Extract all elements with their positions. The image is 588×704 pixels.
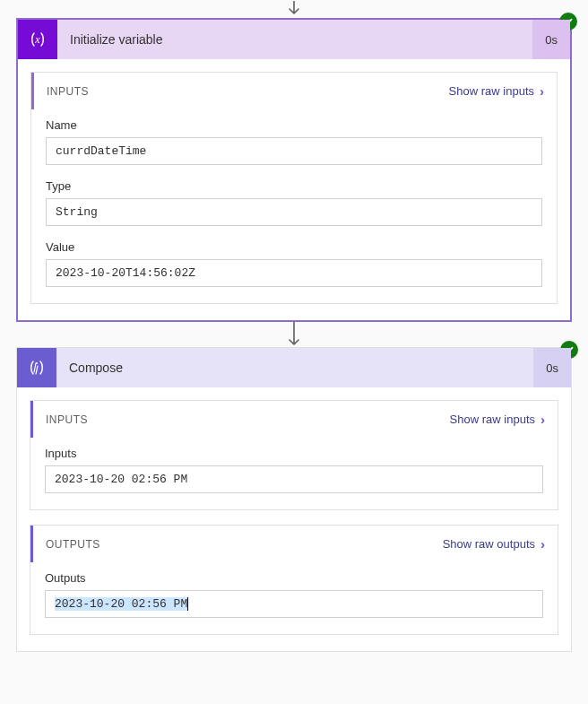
field-value[interactable]: 2023-10-20 02:56 PM <box>45 465 543 493</box>
action-card-compose[interactable]: Compose 0s INPUTS Show raw inputs › Inpu… <box>16 347 572 652</box>
card-body: INPUTS Show raw inputs › Name currdDateT… <box>18 59 570 320</box>
field-label: Type <box>46 179 542 193</box>
chevron-right-icon: › <box>540 536 545 552</box>
duration-label: 0s <box>533 348 571 387</box>
field-value-field: Value 2023-10-20T14:56:02Z <box>46 240 542 287</box>
card-body: INPUTS Show raw inputs › Inputs 2023-10-… <box>17 387 571 651</box>
show-raw-text: Show raw outputs <box>443 537 535 551</box>
section-header: INPUTS Show raw inputs › <box>31 73 557 109</box>
inputs-section: INPUTS Show raw inputs › Inputs 2023-10-… <box>30 400 558 510</box>
section-label: INPUTS <box>46 413 88 426</box>
field-value[interactable]: String <box>46 198 542 226</box>
field-inputs: Inputs 2023-10-20 02:56 PM <box>45 447 543 493</box>
section-label: INPUTS <box>47 85 89 98</box>
flow-arrow-icon <box>285 322 303 347</box>
inputs-section: INPUTS Show raw inputs › Name currdDateT… <box>30 72 558 304</box>
card-title: Compose <box>56 361 533 375</box>
chevron-right-icon: › <box>540 412 545 427</box>
show-raw-inputs-link[interactable]: Show raw inputs › <box>449 83 544 99</box>
field-name: Name currdDateTime <box>46 118 542 165</box>
field-outputs: Outputs 2023-10-20 02:56 PM <box>45 571 543 618</box>
duration-label: 0s <box>532 20 570 59</box>
selected-output-text: 2023-10-20 02:56 PM <box>55 597 188 611</box>
show-raw-inputs-link[interactable]: Show raw inputs › <box>450 412 545 427</box>
field-type: Type String <box>46 179 542 226</box>
section-header: INPUTS Show raw inputs › <box>30 401 558 438</box>
card-header[interactable]: x Initialize variable 0s <box>18 20 570 59</box>
show-raw-outputs-link[interactable]: Show raw outputs › <box>443 536 545 552</box>
compose-icon <box>17 348 56 387</box>
outputs-section: OUTPUTS Show raw outputs › Outputs 2023-… <box>30 525 558 635</box>
flow-arrow-icon <box>285 0 303 18</box>
show-raw-text: Show raw inputs <box>450 413 535 426</box>
action-card-initialize-variable[interactable]: x Initialize variable 0s INPUTS Show raw… <box>16 18 572 322</box>
field-label: Inputs <box>45 447 543 460</box>
field-value[interactable]: 2023-10-20T14:56:02Z <box>46 259 542 287</box>
show-raw-text: Show raw inputs <box>449 84 534 98</box>
section-label: OUTPUTS <box>46 538 100 551</box>
variable-icon: x <box>18 20 57 59</box>
field-label: Name <box>46 118 542 132</box>
field-label: Outputs <box>45 571 543 585</box>
card-header[interactable]: Compose 0s <box>17 348 571 387</box>
field-value[interactable]: 2023-10-20 02:56 PM <box>45 590 543 618</box>
chevron-right-icon: › <box>540 83 544 99</box>
field-label: Value <box>46 240 542 254</box>
section-header: OUTPUTS Show raw outputs › <box>30 526 558 562</box>
field-value[interactable]: currdDateTime <box>46 137 542 165</box>
svg-text:x: x <box>34 33 40 46</box>
card-title: Initialize variable <box>57 32 532 47</box>
